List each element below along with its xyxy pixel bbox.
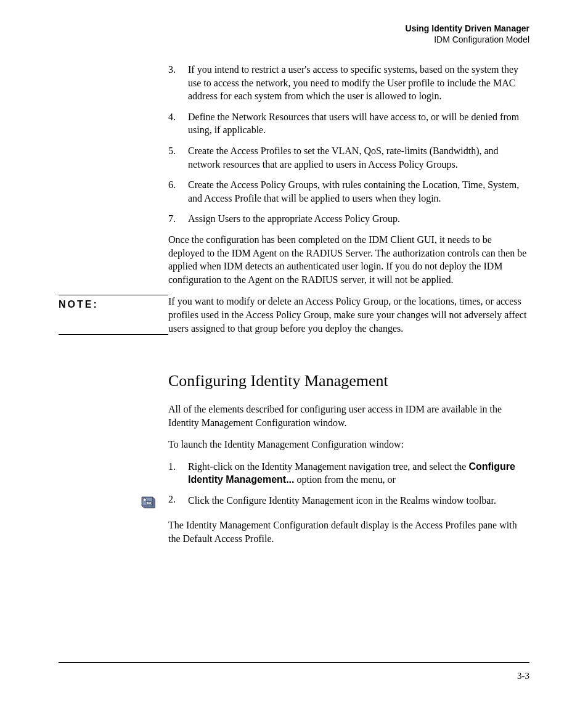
header-subtitle: IDM Configuration Model — [59, 35, 529, 44]
list-number: 5. — [168, 144, 188, 171]
list-number: 4. — [168, 110, 188, 137]
body-column: The Identity Management Configuration de… — [168, 519, 529, 545]
list-text-post: option from the menu, or — [294, 474, 395, 485]
footer-rule — [59, 662, 529, 663]
list-text: Right-click on the Identity Management n… — [188, 460, 529, 486]
paragraph: All of the elements described for config… — [168, 403, 529, 429]
list-text: Assign Users to the appropriate Access P… — [188, 212, 529, 226]
list-number: 2. — [168, 494, 188, 511]
list-number: 7. — [168, 212, 188, 226]
paragraph: Once the configuration has been complete… — [168, 233, 529, 286]
list-text: Define the Network Resources that users … — [188, 110, 529, 137]
list-text: Click the Configure Identity Management … — [188, 494, 529, 511]
list-item: 1. Right-click on the Identity Managemen… — [168, 460, 529, 486]
paragraph: The Identity Management Configuration de… — [168, 519, 529, 545]
configure-identity-management-icon — [139, 494, 156, 511]
list-item: 6. Create the Access Policy Groups, with… — [168, 178, 529, 205]
list-item: 7. Assign Users to the appropriate Acces… — [168, 212, 529, 226]
section-heading: Configuring Identity Management — [168, 372, 529, 390]
icon-list-row: 2. Click the Configure Identity Manageme… — [59, 494, 529, 511]
body-column: 3. If you intend to restrict a user's ac… — [168, 63, 529, 286]
list-text: Create the Access Policy Groups, with ru… — [188, 178, 529, 205]
list-item: 5. Create the Access Profiles to set the… — [168, 144, 529, 171]
svg-point-2 — [143, 498, 146, 501]
note-label-wrap: NOTE: — [59, 295, 168, 335]
note-text: If you want to modify or delete an Acces… — [168, 295, 529, 335]
list-item: 3. If you intend to restrict a user's ac… — [168, 63, 529, 103]
header-title: Using Identity Driven Manager — [59, 23, 529, 33]
list-item: 4. Define the Network Resources that use… — [168, 110, 529, 137]
note-label: NOTE: — [59, 299, 99, 310]
list-number: 6. — [168, 178, 188, 205]
list-number: 1. — [168, 460, 188, 486]
note-block: NOTE: If you want to modify or delete an… — [59, 295, 529, 335]
list-text-pre: Right-click on the Identity Management n… — [188, 461, 468, 472]
page: Using Identity Driven Manager IDM Config… — [0, 0, 588, 706]
list-text: Create the Access Profiles to set the VL… — [188, 144, 529, 171]
body-column: Configuring Identity Management All of t… — [168, 372, 529, 486]
icon-cell — [59, 494, 168, 511]
paragraph: To launch the Identity Management Config… — [168, 438, 529, 451]
running-header: Using Identity Driven Manager IDM Config… — [59, 23, 529, 44]
list-number: 3. — [168, 63, 188, 103]
page-number: 3-3 — [517, 671, 529, 681]
list-text: If you intend to restrict a user's acces… — [188, 63, 529, 103]
